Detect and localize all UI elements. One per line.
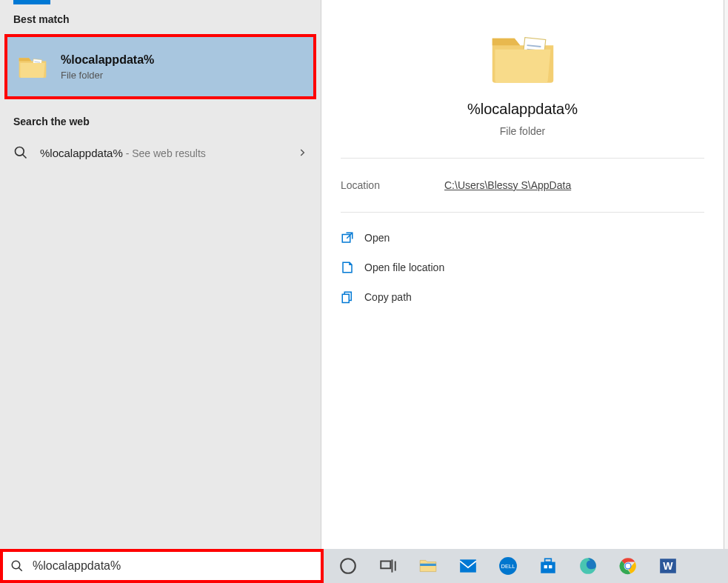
location-row: Location C:\Users\Blessy S\AppData — [321, 159, 724, 212]
svg-rect-20 — [381, 562, 390, 569]
detail-hero: %localappdata% File folder — [321, 0, 724, 158]
edge-icon — [578, 556, 598, 576]
taskbar-file-explorer[interactable] — [408, 549, 448, 583]
action-open-label: Open — [364, 232, 390, 244]
taskbar-word[interactable]: W — [648, 549, 688, 583]
file-explorer-icon — [418, 556, 438, 576]
best-match-text: %localappdata% File folder — [61, 53, 154, 81]
folder-large-icon — [490, 30, 556, 86]
search-web-header: Search the web — [0, 99, 321, 132]
svg-rect-24 — [460, 559, 476, 572]
svg-line-18 — [19, 567, 22, 571]
active-tab-indicator — [13, 0, 50, 4]
cortana-icon — [338, 556, 358, 576]
detail-title: %localappdata% — [321, 101, 724, 118]
best-match-subtitle: File folder — [61, 70, 154, 81]
taskbar: DELL W — [324, 549, 728, 583]
location-label: Location — [341, 179, 444, 191]
chrome-icon — [618, 556, 638, 576]
window-right-edge — [724, 0, 728, 549]
open-location-icon — [341, 261, 354, 274]
best-match-header: Best match — [0, 4, 321, 30]
taskbar-edge[interactable] — [568, 549, 608, 583]
chevron-right-icon — [297, 147, 307, 158]
copy-path-icon — [341, 290, 354, 304]
best-match-title: %localappdata% — [61, 53, 154, 67]
search-icon — [13, 145, 28, 160]
location-value[interactable]: C:\Users\Blessy S\AppData — [444, 179, 571, 191]
svg-text:DELL: DELL — [501, 563, 515, 570]
taskbar-cortana[interactable] — [328, 549, 368, 583]
svg-point-17 — [12, 561, 20, 569]
search-input[interactable] — [33, 559, 313, 573]
svg-rect-30 — [549, 565, 552, 568]
detail-subtitle: File folder — [321, 125, 724, 137]
svg-rect-28 — [545, 559, 552, 562]
svg-text:W: W — [663, 560, 673, 572]
search-bar[interactable] — [0, 549, 324, 583]
svg-rect-23 — [420, 564, 436, 566]
mail-icon — [458, 556, 478, 576]
taskbar-mail[interactable] — [448, 549, 488, 583]
svg-point-19 — [341, 559, 355, 573]
taskbar-store[interactable] — [528, 549, 568, 583]
open-icon — [341, 231, 354, 244]
svg-rect-27 — [541, 562, 555, 573]
web-result-text: %localappdata% - See web results — [40, 147, 206, 159]
action-copy-path-label: Copy path — [364, 291, 412, 303]
svg-point-5 — [16, 147, 24, 156]
svg-rect-16 — [342, 294, 349, 302]
action-open-location[interactable]: Open file location — [341, 253, 704, 282]
search-results-panel: Best match %localappdata% File folder Se… — [0, 0, 321, 549]
task-view-icon — [378, 556, 398, 576]
action-open-location-label: Open file location — [364, 261, 444, 273]
svg-point-34 — [626, 564, 631, 569]
taskbar-chrome[interactable] — [608, 549, 648, 583]
detail-panel: %localappdata% File folder Location C:\U… — [321, 0, 724, 549]
search-icon — [10, 559, 24, 573]
best-match-result[interactable]: %localappdata% File folder — [4, 34, 316, 99]
dell-icon: DELL — [498, 556, 518, 576]
detail-actions: Open Open file location Copy path — [321, 213, 724, 322]
taskbar-dell[interactable]: DELL — [488, 549, 528, 583]
word-icon: W — [658, 556, 678, 576]
action-copy-path[interactable]: Copy path — [341, 282, 704, 312]
taskbar-task-view[interactable] — [368, 549, 408, 583]
folder-icon — [18, 54, 47, 79]
svg-rect-29 — [544, 565, 547, 568]
action-open[interactable]: Open — [341, 223, 704, 253]
svg-line-6 — [23, 155, 27, 159]
web-search-result[interactable]: %localappdata% - See web results — [0, 132, 321, 173]
store-icon — [538, 556, 558, 576]
